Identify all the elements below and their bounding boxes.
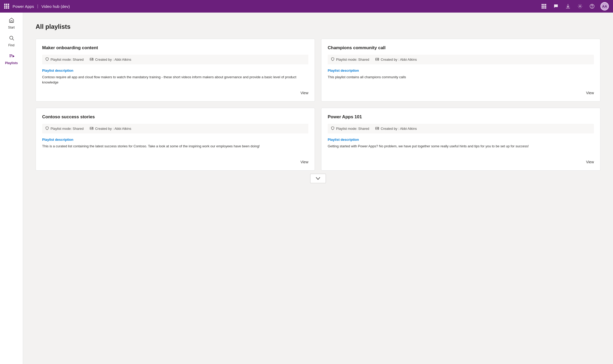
playlist-card-power-apps-101: Power Apps 101 Playlist mode: Shared Cre…	[321, 108, 600, 171]
svg-rect-7	[543, 7, 545, 9]
desc-text-3: Getting started with Power Apps? No prob…	[328, 144, 594, 156]
find-icon	[9, 35, 14, 42]
svg-rect-2	[545, 4, 546, 5]
view-button-0[interactable]: View	[300, 87, 308, 95]
playlist-meta-2: Playlist mode: Shared Created by : Abbi …	[42, 124, 308, 133]
image-icon-3	[375, 126, 379, 131]
desc-heading-2[interactable]: Playlist description	[42, 138, 308, 142]
meta-created-label-2: Created by : Abbi Atkins	[95, 127, 131, 131]
view-button-2[interactable]: View	[300, 156, 308, 164]
shield-icon-0	[45, 57, 49, 62]
topbar-right: AA	[540, 2, 609, 10]
sidebar-item-start[interactable]: Start	[2, 15, 21, 31]
view-button-1[interactable]: View	[586, 87, 594, 95]
card-title-1: Champions community call	[328, 45, 594, 51]
meta-mode-label-3: Playlist mode: Shared	[336, 127, 369, 131]
svg-rect-8	[545, 7, 546, 9]
page-title: All playlists	[36, 23, 600, 30]
user-avatar[interactable]: AA	[600, 2, 609, 10]
meta-mode-0: Playlist mode: Shared	[45, 57, 83, 62]
sidebar-item-find[interactable]: Find	[2, 32, 21, 49]
main-layout: Start Find Playlists All playlists Maker…	[0, 13, 613, 364]
svg-point-20	[92, 59, 93, 59]
sidebar-playlists-label: Playlists	[5, 61, 18, 65]
meta-mode-1: Playlist mode: Shared	[331, 57, 369, 62]
svg-rect-4	[543, 6, 545, 7]
svg-point-24	[92, 128, 93, 128]
sidebar-start-label: Start	[8, 26, 15, 29]
topbar: Power Apps | Video hub (dev) AA	[0, 0, 613, 13]
svg-rect-12	[11, 21, 12, 23]
playlist-meta-3: Playlist mode: Shared Created by : Abbi …	[328, 124, 594, 133]
svg-point-22	[378, 59, 378, 59]
svg-point-11	[592, 7, 592, 7]
apps-icon-btn[interactable]	[540, 3, 548, 10]
desc-heading-0[interactable]: Playlist description	[42, 69, 308, 72]
svg-marker-18	[13, 55, 14, 57]
card-title-0: Maker onboarding content	[42, 45, 308, 51]
content-area: All playlists Maker onboarding content P…	[23, 13, 613, 364]
help-icon-btn[interactable]	[588, 3, 596, 10]
playlist-grid: Maker onboarding content Playlist mode: …	[36, 39, 600, 171]
meta-created-1: Created by : Abbi Atkins	[375, 57, 417, 62]
scroll-btn-wrap	[36, 171, 600, 187]
desc-text-2: This is a curated list containing the la…	[42, 144, 308, 156]
shield-icon-2	[45, 126, 49, 131]
sidebar-item-playlists[interactable]: Playlists	[2, 50, 21, 67]
playlist-card-contoso-success: Contoso success stories Playlist mode: S…	[36, 108, 315, 171]
meta-created-0: Created by : Abbi Atkins	[90, 57, 131, 62]
card-title-2: Contoso success stories	[42, 114, 308, 120]
desc-text-0: Contoso require all app and cloud flow m…	[42, 75, 308, 87]
meta-created-3: Created by : Abbi Atkins	[375, 126, 417, 131]
shield-icon-1	[331, 57, 335, 62]
svg-point-9	[579, 6, 581, 7]
meta-mode-2: Playlist mode: Shared	[45, 126, 83, 131]
app-name: Power Apps	[13, 4, 34, 9]
svg-rect-3	[542, 6, 543, 7]
home-icon	[9, 17, 14, 25]
desc-text-1: This playlist contains all champions com…	[328, 75, 594, 87]
image-icon-1	[375, 57, 379, 62]
svg-rect-1	[543, 4, 545, 5]
image-icon-2	[90, 126, 93, 131]
playlist-meta-0: Playlist mode: Shared Created by : Abbi …	[42, 55, 308, 64]
svg-rect-5	[545, 6, 546, 7]
desc-heading-3[interactable]: Playlist description	[328, 138, 594, 142]
chat-icon-btn[interactable]	[552, 3, 560, 10]
app-context: Video hub (dev)	[41, 4, 70, 9]
settings-icon-btn[interactable]	[576, 3, 584, 10]
svg-rect-0	[542, 4, 543, 5]
meta-mode-label-2: Playlist mode: Shared	[51, 127, 83, 131]
meta-created-2: Created by : Abbi Atkins	[90, 126, 131, 131]
meta-created-label-0: Created by : Abbi Atkins	[95, 58, 131, 61]
playlist-card-maker-onboarding: Maker onboarding content Playlist mode: …	[36, 39, 315, 102]
playlists-icon	[9, 53, 14, 60]
desc-heading-1[interactable]: Playlist description	[328, 69, 594, 72]
svg-rect-6	[542, 7, 543, 9]
title-separator: |	[37, 4, 38, 9]
shield-icon-3	[331, 126, 335, 131]
meta-mode-label-1: Playlist mode: Shared	[336, 58, 369, 61]
meta-mode-label-0: Playlist mode: Shared	[51, 58, 83, 61]
playlist-meta-1: Playlist mode: Shared Created by : Abbi …	[328, 55, 594, 64]
svg-point-13	[10, 36, 13, 39]
svg-line-14	[13, 39, 14, 40]
image-icon-0	[90, 57, 93, 62]
view-button-3[interactable]: View	[586, 156, 594, 164]
scroll-down-button[interactable]	[310, 174, 326, 183]
sidebar-find-label: Find	[8, 43, 14, 47]
meta-created-label-1: Created by : Abbi Atkins	[381, 58, 417, 61]
playlist-card-champions: Champions community call Playlist mode: …	[321, 39, 600, 102]
meta-mode-3: Playlist mode: Shared	[331, 126, 369, 131]
card-title-3: Power Apps 101	[328, 114, 594, 120]
apps-grid-icon[interactable]	[4, 4, 9, 9]
sidebar: Start Find Playlists	[0, 13, 23, 364]
svg-point-26	[378, 128, 378, 128]
meta-created-label-3: Created by : Abbi Atkins	[381, 127, 417, 131]
download-icon-btn[interactable]	[564, 3, 572, 10]
